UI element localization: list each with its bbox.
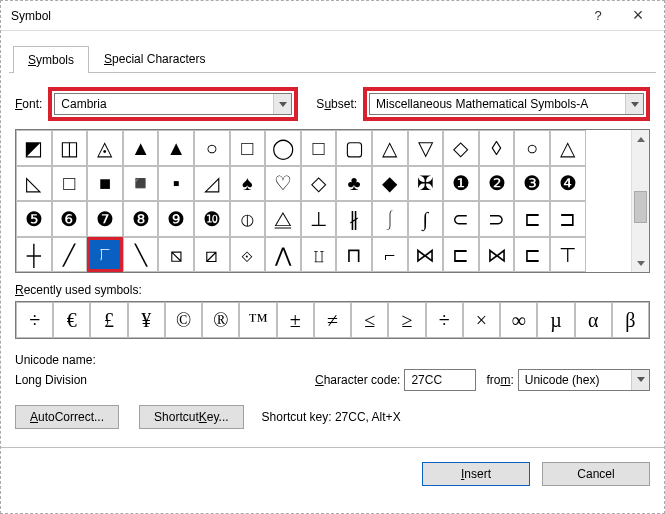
recent-symbol-cell[interactable]: ≠: [314, 302, 351, 338]
symbol-cell[interactable]: ╲: [123, 237, 159, 273]
font-select[interactable]: Cambria: [54, 93, 292, 115]
character-code-input[interactable]: 27CC: [404, 369, 476, 391]
symbol-cell[interactable]: ⋈: [479, 237, 515, 273]
symbol-cell[interactable]: ⧅: [158, 237, 194, 273]
recent-symbol-cell[interactable]: ±: [277, 302, 314, 338]
scrollbar[interactable]: [631, 130, 649, 272]
symbol-cell[interactable]: ┼: [16, 237, 52, 273]
recent-symbol-cell[interactable]: €: [53, 302, 90, 338]
recent-symbol-cell[interactable]: ¥: [128, 302, 165, 338]
symbol-cell[interactable]: △: [372, 130, 408, 166]
symbol-cell[interactable]: ⊐: [550, 201, 586, 237]
symbol-cell[interactable]: ◯: [265, 130, 301, 166]
symbol-cell[interactable]: ❶: [443, 166, 479, 202]
symbol-cell[interactable]: ⊂: [443, 201, 479, 237]
symbol-cell[interactable]: ◩: [16, 130, 52, 166]
symbol-cell[interactable]: ♠: [230, 166, 266, 202]
symbol-cell[interactable]: ❼: [87, 201, 123, 237]
symbol-cell[interactable]: ▢: [336, 130, 372, 166]
recent-symbol-cell[interactable]: £: [90, 302, 127, 338]
font-callout: Cambria: [48, 87, 298, 121]
symbol-cell[interactable]: ╱: [52, 237, 88, 273]
symbol-cell[interactable]: ⊤: [550, 237, 586, 273]
recent-symbol-cell[interactable]: ×: [463, 302, 500, 338]
close-button[interactable]: ×: [618, 2, 658, 30]
symbol-cell[interactable]: ▪: [158, 166, 194, 202]
symbol-cell[interactable]: ⧋: [265, 201, 301, 237]
symbol-cell[interactable]: ⨿: [301, 237, 337, 273]
scroll-up-icon[interactable]: [632, 130, 649, 148]
tab-symbols[interactable]: Symbols: [13, 46, 89, 73]
symbol-cell[interactable]: □: [230, 130, 266, 166]
symbol-cell[interactable]: ⌐: [372, 237, 408, 273]
recent-symbol-cell[interactable]: µ: [537, 302, 574, 338]
recent-symbol-cell[interactable]: ≥: [388, 302, 425, 338]
symbol-cell[interactable]: ❹: [550, 166, 586, 202]
symbol-cell[interactable]: ◇: [443, 130, 479, 166]
symbol-cell[interactable]: ∫: [408, 201, 444, 237]
recent-symbol-cell[interactable]: ™: [239, 302, 276, 338]
scroll-down-icon[interactable]: [632, 254, 649, 272]
symbol-cell[interactable]: ❿: [194, 201, 230, 237]
symbol-cell[interactable]: ❽: [123, 201, 159, 237]
symbol-cell[interactable]: ⋀: [265, 237, 301, 273]
shortcut-key-button[interactable]: Shortcut Key...: [139, 405, 244, 429]
symbol-cell[interactable]: ⊏: [514, 201, 550, 237]
symbol-cell[interactable]: ❾: [158, 201, 194, 237]
symbol-cell[interactable]: ◇: [301, 166, 337, 202]
symbol-cell[interactable]: ◿: [194, 166, 230, 202]
symbol-cell[interactable]: ◬: [87, 130, 123, 166]
symbol-cell[interactable]: ⋈: [408, 237, 444, 273]
recent-symbol-cell[interactable]: ÷: [426, 302, 463, 338]
symbol-cell[interactable]: ◊: [479, 130, 515, 166]
symbol-cell[interactable]: ⦶: [230, 201, 266, 237]
cancel-button[interactable]: Cancel: [542, 462, 650, 486]
symbol-cell[interactable]: ▲: [123, 130, 159, 166]
scroll-thumb[interactable]: [634, 191, 647, 223]
symbol-cell[interactable]: ◫: [52, 130, 88, 166]
recent-symbol-cell[interactable]: β: [612, 302, 649, 338]
symbol-cell[interactable]: ○: [514, 130, 550, 166]
recent-symbol-cell[interactable]: ≤: [351, 302, 388, 338]
symbol-cell[interactable]: ◾: [123, 166, 159, 202]
subset-select[interactable]: Miscellaneous Mathematical Symbols-A: [369, 93, 644, 115]
symbol-cell[interactable]: ⊏: [514, 237, 550, 273]
recent-symbol-cell[interactable]: ®: [202, 302, 239, 338]
symbol-cell[interactable]: ✠: [408, 166, 444, 202]
symbol-cell[interactable]: ⟌: [87, 237, 123, 273]
symbol-cell[interactable]: ⟐: [230, 237, 266, 273]
symbol-cell[interactable]: ⎰: [372, 201, 408, 237]
symbol-cell[interactable]: ❸: [514, 166, 550, 202]
symbol-cell[interactable]: ⊓: [336, 237, 372, 273]
symbol-cell[interactable]: △: [550, 130, 586, 166]
symbol-cell[interactable]: ♡: [265, 166, 301, 202]
symbol-cell[interactable]: ○: [194, 130, 230, 166]
symbol-cell[interactable]: ❷: [479, 166, 515, 202]
insert-button[interactable]: Insert: [422, 462, 530, 486]
subset-callout: Miscellaneous Mathematical Symbols-A: [363, 87, 650, 121]
from-select[interactable]: Unicode (hex): [518, 369, 650, 391]
symbol-cell[interactable]: ♣: [336, 166, 372, 202]
help-button[interactable]: ?: [578, 2, 618, 30]
symbol-cell[interactable]: ▲: [158, 130, 194, 166]
symbol-cell[interactable]: ❺: [16, 201, 52, 237]
autocorrect-button[interactable]: AutoCorrect...: [15, 405, 119, 429]
scroll-track[interactable]: [632, 148, 649, 254]
symbol-cell[interactable]: ▽: [408, 130, 444, 166]
recent-symbol-cell[interactable]: ÷: [16, 302, 53, 338]
symbol-cell[interactable]: ⊃: [479, 201, 515, 237]
symbol-cell[interactable]: ⧄: [194, 237, 230, 273]
symbol-cell[interactable]: □: [301, 130, 337, 166]
symbol-cell[interactable]: ■: [87, 166, 123, 202]
recent-symbol-cell[interactable]: ©: [165, 302, 202, 338]
symbol-cell[interactable]: ◺: [16, 166, 52, 202]
recent-symbol-cell[interactable]: ∞: [500, 302, 537, 338]
symbol-cell[interactable]: □: [52, 166, 88, 202]
symbol-cell[interactable]: ❻: [52, 201, 88, 237]
symbol-cell[interactable]: ◆: [372, 166, 408, 202]
symbol-cell[interactable]: ⊏: [443, 237, 479, 273]
symbol-cell[interactable]: ⊥: [301, 201, 337, 237]
symbol-cell[interactable]: ∦: [336, 201, 372, 237]
tab-special-characters[interactable]: Special Characters: [89, 45, 220, 72]
recent-symbol-cell[interactable]: α: [575, 302, 612, 338]
